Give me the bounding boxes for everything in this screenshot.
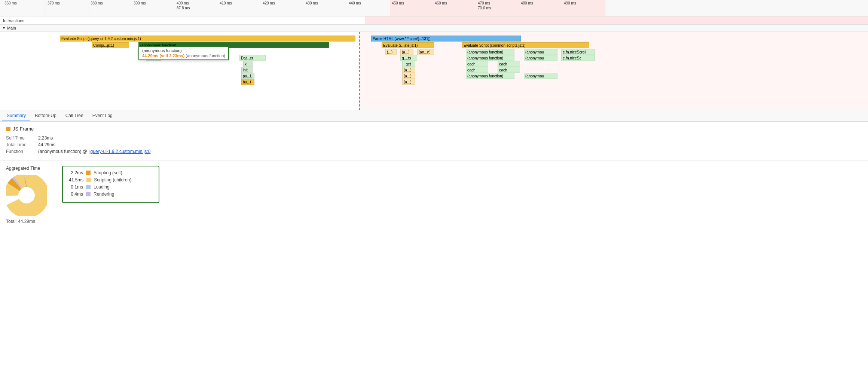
tooltip-func: (anonymous function): [186, 53, 225, 58]
ruler-tick: 480 ms: [519, 0, 562, 16]
frame-type-swatch: [6, 127, 10, 131]
ruler-tick: 460 ms: [433, 0, 476, 16]
total-time-row: Total Time 44.29ms: [6, 142, 862, 147]
legend-row: 2.2ms Scripting (self): [69, 170, 153, 175]
pie-chart: [6, 175, 47, 216]
ruler-tick: 470 ms70.6 ms: [476, 0, 519, 16]
flame-bar[interactable]: e.fn.niceScroll: [561, 49, 595, 55]
ruler-tick: 390 ms: [132, 0, 175, 16]
flame-bar[interactable]: (a...): [400, 49, 413, 55]
flame-bar[interactable]: Dat...er: [239, 55, 266, 61]
flame-bar[interactable]: Compi...js:1): [92, 42, 129, 48]
ruler-tick: 430 ms: [304, 0, 347, 16]
flame-bar[interactable]: (a...): [402, 67, 415, 73]
legend-time: 2.2ms: [69, 170, 83, 175]
ruler-tick: 360 ms: [3, 0, 46, 16]
flame-bar[interactable]: (an...n): [417, 49, 434, 55]
ruler-tick: 420 ms: [261, 0, 304, 16]
ruler-tick: 370 ms: [46, 0, 89, 16]
svg-point-4: [18, 187, 35, 203]
function-label: Function: [6, 149, 36, 154]
legend-time: 0.1ms: [69, 184, 83, 190]
legend-label: Loading: [94, 184, 110, 190]
flame-bar[interactable]: pa...L: [241, 73, 254, 79]
tooltip-detail: 44.29ms (self 2.23ms) (anonymous functio…: [142, 53, 225, 58]
flame-bar[interactable]: Parse HTML (www.* *.com/[...131]): [371, 36, 521, 42]
frame-type-row: JS Frame: [6, 126, 862, 132]
self-time-value: 2.23ms: [38, 135, 53, 141]
timeline-ruler: 360 ms370 ms380 ms390 ms400 ms87.8 ms410…: [0, 0, 868, 16]
flame-bar[interactable]: (a...): [402, 79, 415, 85]
legend-swatch: [86, 171, 91, 175]
legend-time: 0.4ms: [69, 191, 83, 197]
ruler-tick: 400 ms87.8 ms: [175, 0, 218, 16]
flame-bar[interactable]: (anonymous function): [466, 55, 514, 61]
flame-bar[interactable]: (anonymous function): [466, 73, 514, 79]
aggregated-title: Aggregated Time: [6, 166, 51, 171]
legend-row: 0.1ms Loading: [69, 184, 153, 190]
flame-bar[interactable]: x: [243, 61, 253, 67]
main-label-text: Main: [7, 26, 16, 30]
legend-swatch: [86, 192, 91, 196]
legend-swatch: [86, 178, 91, 182]
flame-bar[interactable]: init: [241, 67, 253, 73]
ruler-tick: 410 ms: [218, 0, 261, 16]
flame-bar[interactable]: each: [466, 61, 488, 67]
total-time-value: 44.29ms: [38, 142, 55, 147]
time-marker: [359, 32, 360, 110]
total-label: Total: 44.29ms: [6, 219, 51, 224]
tab-event-log[interactable]: Event Log: [88, 111, 117, 120]
tab-summary[interactable]: Summary: [2, 111, 30, 120]
collapse-triangle[interactable]: ▼: [2, 26, 6, 30]
function-text: (anonymous function) @: [38, 149, 87, 154]
flame-bar[interactable]: each: [498, 67, 520, 73]
tab-bottom-up[interactable]: Bottom-Up: [30, 111, 61, 120]
flame-bar[interactable]: e.fn.niceSc: [561, 55, 595, 61]
flame-bar[interactable]: (anonymou: [524, 73, 557, 79]
interactions-label: Interactions: [3, 18, 24, 23]
tab-bar: SummaryBottom-UpCall TreeEvent Log: [0, 110, 868, 122]
function-row: Function (anonymous function) @ jquery-u…: [6, 149, 862, 154]
flame-bar[interactable]: Evaluate Script (common-scripts.js:1): [462, 42, 589, 48]
summary-panel: JS Frame Self Time 2.23ms Total Time 44.…: [0, 122, 868, 160]
frame-type-label: JS Frame: [13, 126, 34, 132]
aggregated-section: Aggregated Time Total: 44.29ms 2.2ms: [0, 160, 868, 229]
flame-bar[interactable]: (...): [385, 49, 397, 55]
flame-bar[interactable]: (anonymous function): [466, 49, 514, 55]
ruler-tick: 450 ms: [390, 0, 433, 16]
function-link[interactable]: jquery-ui-1.9.2.custom.min.js:0: [89, 149, 150, 154]
legend-box: 2.2ms Scripting (self) 41.5ms Scripting …: [62, 166, 159, 203]
flame-bar[interactable]: each: [498, 61, 520, 67]
tab-call-tree[interactable]: Call Tree: [61, 111, 88, 120]
flame-bar[interactable]: _get: [402, 61, 415, 67]
flame-bar[interactable]: Evaluate S...ate.js:1): [382, 42, 434, 48]
flame-bar[interactable]: (anonymou: [524, 49, 557, 55]
flame-bar[interactable]: g....ts: [400, 55, 417, 61]
main-section-label: ▼ Main: [0, 25, 868, 32]
flame-bar[interactable]: (a...): [402, 73, 415, 79]
legend-label: Rendering: [94, 191, 114, 197]
flame-bar[interactable]: Evaluate Script (jquery-ui-1.9.2.custom.…: [60, 36, 355, 42]
ruler-tick: 440 ms: [347, 0, 390, 16]
interactions-row: Interactions: [0, 16, 868, 25]
flame-bar[interactable]: each: [466, 67, 488, 73]
legend-swatch: [86, 185, 91, 189]
legend-label: Scripting (self): [94, 170, 122, 175]
ruler-tick: 380 ms: [89, 0, 132, 16]
self-time-row: Self Time 2.23ms: [6, 135, 862, 141]
total-time-label: Total Time: [6, 142, 36, 147]
legend-row: 0.4ms Rendering: [69, 191, 153, 197]
legend-label: Scripting (children): [94, 177, 131, 183]
legend-time: 41.5ms: [69, 177, 83, 183]
self-time-label: Self Time: [6, 135, 36, 141]
legend-row: 41.5ms Scripting (children): [69, 177, 153, 183]
tooltip-title: (anonymous function): [142, 48, 225, 53]
flame-tooltip: (anonymous function) 44.29ms (self 2.23m…: [138, 46, 229, 60]
flame-bar[interactable]: bu...t: [241, 79, 254, 85]
flame-chart[interactable]: Evaluate Script (jquery-ui-1.9.2.custom.…: [0, 32, 868, 110]
flame-bar[interactable]: (anonymou: [524, 55, 557, 61]
ruler-tick: 490 ms: [562, 0, 605, 16]
